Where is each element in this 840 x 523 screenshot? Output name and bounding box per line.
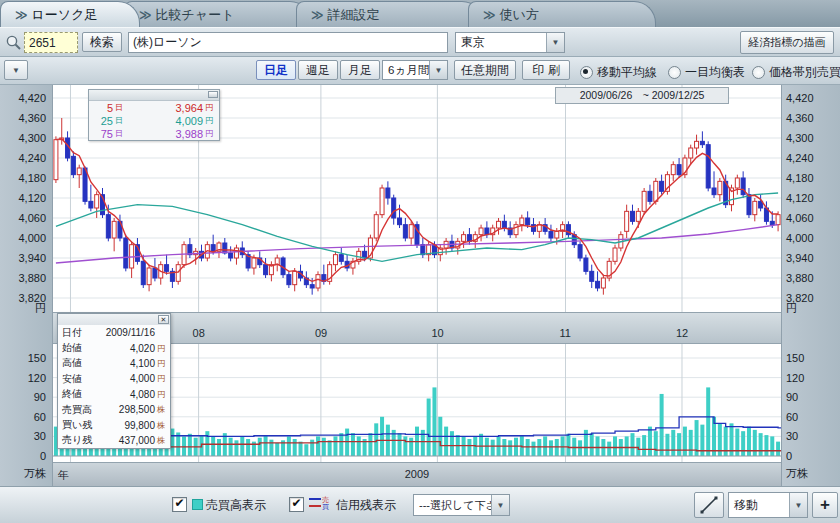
volume-swatch-icon (192, 499, 203, 510)
search-icon (5, 34, 22, 51)
tooltip-row: 終値4,080円 (58, 387, 170, 402)
volume-display-label: 売買高表示 (206, 497, 266, 514)
tooltip-row: 高値4,100円 (58, 356, 170, 371)
left-axis-column (0, 85, 53, 486)
radio-icon (580, 66, 593, 79)
trendline-tool-button[interactable] (694, 492, 724, 518)
tooltip-row: 売り残437,000株 (58, 433, 170, 448)
economic-indicator-button[interactable]: 経済指標の描画 (740, 31, 834, 54)
axis-tick-label: 4,240 (0, 152, 46, 164)
chevron-down-icon: ▼ (12, 66, 20, 75)
move-mode-value: 移動 (729, 493, 789, 517)
period-button-2[interactable]: 週足 (298, 60, 338, 80)
tooltip-row: 始値4,020円 (58, 340, 170, 355)
chevron-right-icon: ≫ (311, 8, 322, 22)
axis-tick-label: 60 (0, 411, 46, 423)
month-label: 09 (315, 327, 327, 339)
margin-lines-swatch-icon: 売 買 (309, 496, 331, 510)
axis-tick-label: 4,060 (786, 212, 814, 224)
axis-tick-label: 4,120 (0, 192, 46, 204)
axis-tick-label: 4,420 (786, 92, 814, 104)
ma-legend-rows: 5日3,964円25日4,009円75日3,988円 (89, 101, 219, 140)
axis-tick-label: 0 (786, 450, 792, 462)
stock-code-input[interactable] (24, 32, 78, 53)
margin-display-label: 信用残表示 (336, 497, 396, 514)
options-toolbar: ▼ 日足週足月足 6ヵ月間 ▼ 任意期間 印 刷 移動平均線一目均衡表価格帯別売… (0, 57, 840, 85)
history-dropdown-button[interactable]: ▼ (4, 60, 28, 80)
chevron-down-icon[interactable]: ▼ (789, 493, 807, 517)
radio-3[interactable]: 価格帯別売買高 (752, 64, 840, 81)
axis-tick-label: 0 (0, 450, 46, 462)
right-axis-column (781, 85, 840, 486)
exchange-value: 東京 (456, 33, 546, 52)
search-toolbar: 検索 東京 ▼ 経済指標の描画 (0, 27, 840, 57)
date-range-box: 2009/06/26 ~ 2009/12/25 (555, 87, 729, 104)
axis-tick-label: 4,180 (0, 172, 46, 184)
tab-4[interactable]: ≫使い方 (468, 1, 656, 27)
chevron-down-icon[interactable]: ▼ (491, 495, 509, 515)
axis-tick-label: 4,180 (786, 172, 814, 184)
indicator-select[interactable]: ---選択して下さい--- ▼ (413, 494, 510, 516)
axis-tick-label: 4,000 (786, 232, 814, 244)
axis-tick-label: 4,300 (786, 132, 814, 144)
axis-tick-label: 円 (786, 301, 797, 316)
range-select[interactable]: 6ヵ月間 ▼ (382, 60, 448, 80)
chevron-right-icon: ≫ (139, 8, 150, 22)
axis-tick-label: 30 (0, 430, 46, 442)
tab-2[interactable]: ≫比較チャート (124, 1, 312, 27)
tooltip-row: 買い残99,800株 (58, 417, 170, 432)
chart-application: ≫ローソク足≫比較チャート≫詳細設定≫使い方 検索 東京 ▼ 経済指標の描画 ▼… (0, 0, 840, 523)
arbitrary-period-button[interactable]: 任意期間 (454, 60, 516, 80)
ma-legend-box: 5日3,964円25日4,009円75日3,988円 (88, 89, 220, 141)
minimize-icon[interactable] (208, 91, 218, 98)
bottom-toolbar: ✔ 売買高表示 ✔ 売 買 信用残表示 ---選択して下さい--- ▼ 移動 ▼… (0, 486, 840, 523)
month-label: 12 (676, 327, 688, 339)
margin-display-checkbox[interactable]: ✔ (289, 497, 304, 512)
axis-tick-label: 30 (786, 430, 798, 442)
axis-tick-label: 90 (0, 391, 46, 403)
month-label: 10 (431, 327, 443, 339)
ma-legend-row: 25日4,009円 (89, 114, 219, 127)
radio-1[interactable]: 移動平均線 (580, 64, 657, 81)
axis-tick-label: 4,120 (786, 192, 814, 204)
move-mode-select[interactable]: 移動 ▼ (728, 492, 808, 518)
month-label: 08 (193, 327, 205, 339)
zoom-in-button[interactable]: + (812, 492, 838, 518)
chevron-down-icon[interactable]: ▼ (429, 61, 447, 79)
indicator-select-value: ---選択して下さい--- (414, 495, 491, 515)
ma-legend-row: 5日3,964円 (89, 101, 219, 114)
axis-tick-label: 4,420 (0, 92, 46, 104)
search-button[interactable]: 検索 (82, 32, 122, 52)
exchange-select[interactable]: 東京 ▼ (455, 32, 565, 53)
period-button-1[interactable]: 日足 (256, 60, 296, 80)
axis-tick-label: 4,000 (0, 232, 46, 244)
axis-tick-label: 万株 (786, 466, 808, 481)
print-button[interactable]: 印 刷 (522, 60, 570, 80)
tooltip-titlebar: ✕ (58, 314, 170, 325)
tab-3[interactable]: ≫詳細設定 (296, 1, 484, 27)
radio-icon (752, 66, 765, 79)
axis-tick-label: 4,060 (0, 212, 46, 224)
axis-tick-label: 120 (786, 372, 804, 384)
period-button-3[interactable]: 月足 (340, 60, 380, 80)
radio-2[interactable]: 一目均衡表 (668, 64, 745, 81)
radio-icon (668, 66, 681, 79)
axis-tick-label: 60 (786, 411, 798, 423)
close-icon[interactable]: ✕ (158, 315, 169, 324)
chevron-down-icon[interactable]: ▼ (546, 33, 564, 52)
tab-1[interactable]: ≫ローソク足 (0, 1, 140, 27)
axis-tick-label: 150 (0, 352, 46, 364)
date-range-text: 2009/06/26 ~ 2009/12/25 (580, 89, 705, 103)
axis-tick-label: 3,940 (786, 252, 814, 264)
tooltip-rows: 日付2009/11/16始値4,020円高値4,100円安値4,000円終値4,… (58, 325, 170, 448)
stock-name-input[interactable] (128, 32, 448, 53)
quote-tooltip: ✕ 日付2009/11/16始値4,020円高値4,100円安値4,000円終値… (57, 313, 171, 449)
tooltip-row: 日付2009/11/16 (58, 325, 170, 340)
volume-display-checkbox[interactable]: ✔ (172, 497, 187, 512)
axis-tick-label: 150 (786, 352, 804, 364)
axis-tick-label: 3,880 (786, 272, 814, 284)
axis-tick-label: 4,360 (0, 112, 46, 124)
tooltip-row: 安値4,000円 (58, 371, 170, 386)
axis-tick-label: 90 (786, 391, 798, 403)
chart-panel: 070809101112 年 2009 5日3,964円25日4,009円75日… (0, 85, 840, 486)
